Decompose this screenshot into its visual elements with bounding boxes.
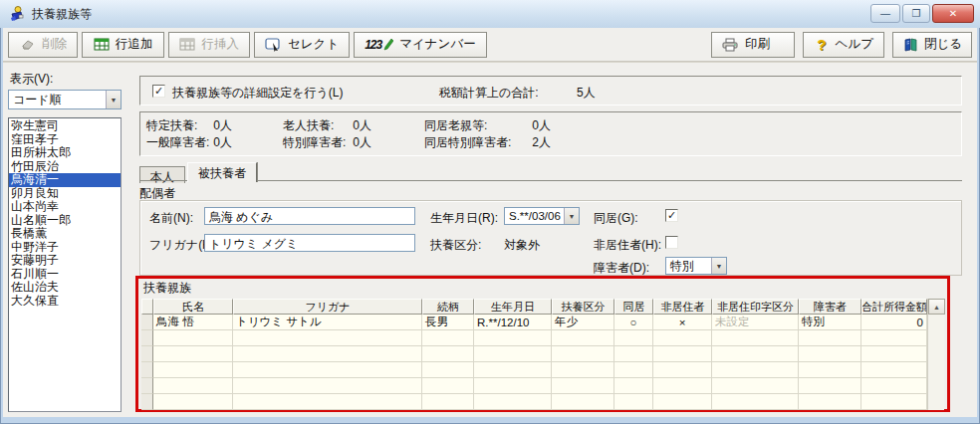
add-row-icon bbox=[93, 37, 110, 53]
close-icon: ✕ bbox=[949, 8, 957, 19]
employee-item-selected[interactable]: 鳥海清一 bbox=[9, 173, 121, 187]
tab-baseline bbox=[139, 180, 962, 181]
help-button[interactable]: ? ヘルプ bbox=[803, 32, 884, 58]
employee-item[interactable]: 山本尚幸 bbox=[9, 200, 121, 214]
view-label: 表示(V): bbox=[10, 71, 53, 88]
titlebar: 扶養親族等 — ❐ ✕ bbox=[0, 0, 980, 28]
employee-item[interactable]: 卯月良知 bbox=[9, 187, 121, 201]
dependents-scrollbar[interactable]: ▲ bbox=[927, 299, 944, 410]
mynumber-123-icon: 123 bbox=[365, 38, 381, 52]
delete-icon bbox=[19, 37, 36, 53]
row-selector[interactable] bbox=[141, 315, 153, 330]
cell-fuyo[interactable]: 年少 bbox=[552, 315, 614, 330]
employee-item[interactable]: 竹田辰治 bbox=[9, 160, 121, 174]
app-icon bbox=[8, 5, 26, 23]
cell-name[interactable]: 鳥海 悟 bbox=[153, 315, 233, 330]
empty-row bbox=[141, 394, 927, 410]
dependent-data-row[interactable]: 鳥海 悟 トリウミ サトル 長男 R.**/12/10 年少 ○ × 未設定 特… bbox=[141, 315, 927, 330]
header-dokyo: 同居 bbox=[614, 299, 653, 315]
spouse-shogaisha-select[interactable]: 特別 ▼ bbox=[665, 257, 727, 275]
employee-item[interactable]: 石川順一 bbox=[9, 268, 121, 282]
stat-label: 同居老親等: bbox=[424, 117, 487, 134]
spouse-name-input[interactable]: 鳥海 めぐみ bbox=[204, 207, 415, 225]
cell-dokyo[interactable]: ○ bbox=[614, 315, 653, 330]
spouse-birth-select[interactable]: S.**/03/06 ▼ bbox=[504, 207, 580, 225]
mynumber-button[interactable]: 123 マイナンバー bbox=[354, 32, 487, 58]
cell-relation[interactable]: 長男 bbox=[422, 315, 474, 330]
cell-furigana[interactable]: トリウミ サトル bbox=[233, 315, 422, 330]
select-button[interactable]: セレクト bbox=[254, 32, 350, 58]
employee-item[interactable]: 窪田孝子 bbox=[9, 133, 121, 147]
scroll-up-icon[interactable]: ▲ bbox=[928, 299, 945, 315]
dependents-header-row: 氏名 フリガナ 続柄 生年月日 扶養区分 同居 非居住者 非居住印字区分 障害者… bbox=[141, 299, 927, 315]
tab-hifuyousha[interactable]: 被扶養者 bbox=[187, 162, 257, 182]
header-fuyo: 扶養区分 bbox=[552, 299, 614, 315]
employee-item[interactable]: 山名順一郎 bbox=[9, 214, 121, 228]
header-income: 合計所得金額 bbox=[861, 299, 927, 315]
sort-dropdown-icon[interactable]: ▼ bbox=[106, 91, 121, 108]
help-icon: ? bbox=[814, 37, 830, 53]
employee-item[interactable]: 大久保直 bbox=[9, 295, 121, 309]
close-dialog-label: 閉じる bbox=[924, 36, 962, 53]
cell-hikyojusha[interactable]: × bbox=[653, 315, 712, 330]
insert-row-button[interactable]: 行挿入 bbox=[168, 32, 251, 58]
empty-row bbox=[141, 362, 927, 378]
spouse-dokyo-label: 同居(G): bbox=[594, 210, 638, 227]
spouse-hikyojusha-checkbox[interactable] bbox=[665, 236, 678, 249]
close-window-button[interactable]: ✕ bbox=[932, 4, 974, 23]
stat-value: 0人 bbox=[186, 117, 232, 134]
delete-label: 削除 bbox=[42, 36, 67, 53]
window-title: 扶養親族等 bbox=[32, 6, 92, 23]
spouse-shogaisha-value: 特別 bbox=[666, 257, 711, 276]
header-selector bbox=[141, 299, 153, 315]
sort-order-select[interactable]: コード順 ▼ bbox=[8, 90, 122, 109]
maximize-icon: ❐ bbox=[912, 8, 921, 19]
employee-item[interactable]: 安藤明子 bbox=[9, 254, 121, 268]
stat-label: 同居特別障害者: bbox=[424, 134, 511, 151]
minimize-button[interactable]: — bbox=[870, 4, 900, 23]
employee-item[interactable]: 田所耕太郎 bbox=[9, 146, 121, 160]
stat-value: 2人 bbox=[505, 134, 551, 151]
dependents-dialog: 扶養親族等 — ❐ ✕ 削除 行追加 行挿入 bbox=[0, 0, 980, 424]
printer-icon bbox=[722, 37, 739, 53]
stat-value: 0人 bbox=[326, 134, 371, 151]
print-button[interactable]: 印刷 bbox=[711, 32, 795, 58]
employee-item[interactable]: 中野洋子 bbox=[9, 241, 121, 255]
spouse-shogaisha-dropdown-icon[interactable]: ▼ bbox=[711, 258, 726, 274]
spouse-fuyo-label: 扶養区分: bbox=[430, 237, 481, 254]
detail-setting-label: 扶養親族等の詳細設定を行う(L) bbox=[172, 85, 344, 102]
header-relation: 続柄 bbox=[422, 299, 474, 315]
header-shogaisha: 障害者 bbox=[799, 299, 861, 315]
print-label: 印刷 bbox=[745, 36, 770, 53]
employee-item[interactable]: 佐山治夫 bbox=[9, 281, 121, 295]
stat-value: 0人 bbox=[326, 117, 371, 134]
mynumber-label: マイナンバー bbox=[399, 36, 475, 53]
stat-value: 0人 bbox=[186, 134, 232, 151]
insert-row-icon bbox=[179, 37, 196, 53]
detail-setting-panel: ✓ 扶養親族等の詳細設定を行う(L) 税額計算上の合計: 5人 bbox=[139, 76, 962, 106]
spouse-birth-dropdown-icon[interactable]: ▼ bbox=[564, 208, 579, 224]
dependent-counts-panel: 特定扶養: 0人 老人扶養: 0人 同居老親等: 0人 一般障害者: 0人 特別… bbox=[139, 111, 962, 156]
spouse-dokyo-checkbox[interactable]: ✓ bbox=[665, 209, 678, 222]
maximize-button[interactable]: ❐ bbox=[902, 4, 930, 23]
stat-value: 0人 bbox=[505, 117, 551, 134]
mynumber-pen-icon bbox=[383, 37, 393, 53]
spouse-birth-label: 生年月日(R): bbox=[430, 210, 498, 227]
add-row-button[interactable]: 行追加 bbox=[82, 32, 164, 58]
cell-print-kubun[interactable]: 未設定 bbox=[712, 315, 799, 330]
delete-button[interactable]: 削除 bbox=[8, 32, 78, 58]
employee-item[interactable]: 弥生憲司 bbox=[9, 119, 121, 133]
cell-shogaisha[interactable]: 特別 bbox=[799, 315, 861, 330]
cell-income[interactable]: 0 bbox=[861, 315, 927, 330]
header-furigana: フリガナ bbox=[233, 299, 422, 315]
cell-birth[interactable]: R.**/12/10 bbox=[474, 315, 552, 330]
employee-list: 弥生憲司 窪田孝子 田所耕太郎 竹田辰治 鳥海清一 卯月良知 山本尚幸 山名順一… bbox=[8, 117, 122, 412]
close-dialog-button[interactable]: 閉じる bbox=[892, 32, 972, 58]
spouse-furigana-input[interactable]: トリウミ メグミ bbox=[204, 234, 415, 252]
empty-row bbox=[141, 378, 927, 394]
dependents-section-label: 扶養親族 bbox=[143, 280, 191, 297]
employee-item[interactable]: 長橋薫 bbox=[9, 227, 121, 241]
spouse-birth-value: S.**/03/06 bbox=[505, 209, 564, 223]
detail-setting-checkbox[interactable]: ✓ bbox=[152, 85, 165, 98]
header-birth: 生年月日 bbox=[474, 299, 552, 315]
